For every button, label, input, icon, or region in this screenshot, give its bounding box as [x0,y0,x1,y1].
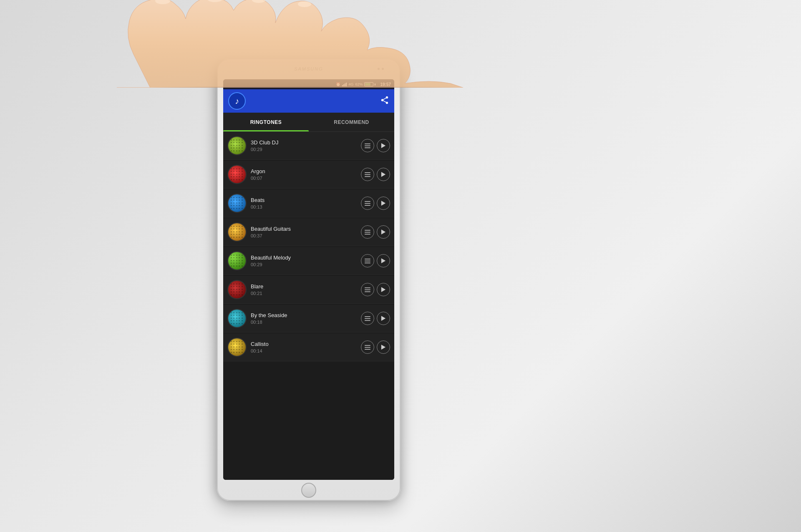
tabs-container: RINGTONES RECOMMEND [223,113,394,132]
menu-button[interactable] [361,197,374,210]
camera-dot [378,68,380,70]
menu-button[interactable] [361,312,374,325]
battery-percent: 62% [355,82,363,86]
ringtone-actions [361,225,390,239]
play-button[interactable] [377,312,390,325]
ringtone-name: By the Seaside [251,312,361,318]
menu-button[interactable] [361,168,374,181]
ringtone-info: Argon 00:07 [251,168,361,181]
samsung-logo: SAMSUNG [294,66,323,71]
svg-rect-20 [365,287,370,288]
home-button[interactable] [301,483,316,498]
ringtone-thumb [227,165,247,184]
ringtone-name: Callisto [251,341,361,347]
list-item: Callisto 00:14 [223,333,394,361]
battery-icon [364,82,373,86]
svg-marker-19 [381,258,385,263]
svg-rect-2 [365,147,370,148]
thumb-pattern [228,194,246,212]
ringtone-thumb [227,222,247,242]
list-item: Argon 00:07 [223,161,394,189]
ringtone-thumb [227,251,247,270]
tab-recommend[interactable]: RECOMMEND [309,113,394,131]
ringtone-info: Callisto 00:14 [251,341,361,353]
signal-bar-4 [346,83,347,86]
list-item: Beats 00:13 [223,189,394,217]
tablet-screen: ⏰ 4G 62% 19:57 ♪ [223,79,394,480]
tablet-top-bar: SAMSUNG [217,58,400,79]
play-button[interactable] [377,340,390,354]
svg-rect-29 [365,347,370,348]
menu-button[interactable] [361,283,374,296]
ringtone-thumb [227,136,247,155]
ringtone-thumb [227,338,247,357]
ringtone-thumb [227,309,247,328]
ringtones-list: 3D Club DJ 00:29 [223,132,394,480]
ringtone-info: Beautiful Melody 00:29 [251,255,361,267]
play-button[interactable] [377,139,390,152]
ringtone-actions [361,340,390,354]
ringtone-name: Beautiful Melody [251,255,361,261]
menu-button[interactable] [361,139,374,152]
svg-marker-31 [381,345,385,350]
thumb-pattern [228,252,246,270]
svg-rect-14 [365,234,370,234]
ringtone-actions [361,312,390,325]
ringtone-actions [361,139,390,152]
svg-rect-16 [365,259,370,260]
signal-bar-2 [343,84,344,86]
ringtone-duration: 00:29 [251,147,361,152]
play-button[interactable] [377,283,390,296]
play-button[interactable] [377,254,390,267]
svg-rect-9 [365,203,370,204]
play-button[interactable] [377,225,390,239]
svg-rect-22 [365,291,370,292]
svg-marker-7 [381,172,385,177]
share-button[interactable] [380,96,389,107]
svg-rect-30 [365,349,370,350]
svg-rect-28 [365,345,370,346]
tab-ringtones[interactable]: RINGTONES [223,113,309,131]
battery-fill [365,83,370,86]
svg-point-34 [252,0,265,3]
svg-rect-21 [365,289,370,290]
signal-bar-1 [342,85,343,86]
list-item: Beautiful Melody 00:29 [223,247,394,275]
svg-rect-1 [365,145,370,146]
ringtone-info: Blare 00:21 [251,283,361,296]
ringtone-info: 3D Club DJ 00:29 [251,139,361,152]
thumb-pattern [228,310,246,327]
svg-rect-10 [365,205,370,206]
thumb-pattern [228,281,246,298]
svg-marker-23 [381,287,385,292]
ringtone-name: 3D Club DJ [251,139,361,146]
ringtone-duration: 00:18 [251,320,361,325]
play-button[interactable] [377,197,390,210]
menu-button[interactable] [361,340,374,354]
svg-rect-24 [365,316,370,317]
svg-rect-26 [365,320,370,321]
tablet-device: SAMSUNG ⏰ 4G 62% [217,58,400,501]
list-item: 3D Club DJ 00:29 [223,132,394,160]
menu-button[interactable] [361,254,374,267]
svg-rect-18 [365,262,370,263]
music-note-icon: ♪ [235,96,239,106]
ringtone-info: By the Seaside 00:18 [251,312,361,325]
svg-point-32 [155,0,170,4]
svg-rect-25 [365,318,370,319]
speaker-dot [382,68,384,70]
status-time: 19:57 [380,82,391,87]
svg-rect-4 [365,172,370,173]
tablet-bottom-bar [217,480,400,501]
svg-marker-11 [381,201,385,206]
svg-rect-12 [365,230,370,231]
play-button[interactable] [377,168,390,181]
ringtone-thumb [227,194,247,213]
tablet-camera-dots [378,68,384,70]
ringtone-actions [361,197,390,210]
ringtone-actions [361,254,390,267]
list-item: Blare 00:21 [223,276,394,304]
svg-point-33 [207,0,222,2]
ringtone-duration: 00:13 [251,204,361,209]
menu-button[interactable] [361,225,374,239]
